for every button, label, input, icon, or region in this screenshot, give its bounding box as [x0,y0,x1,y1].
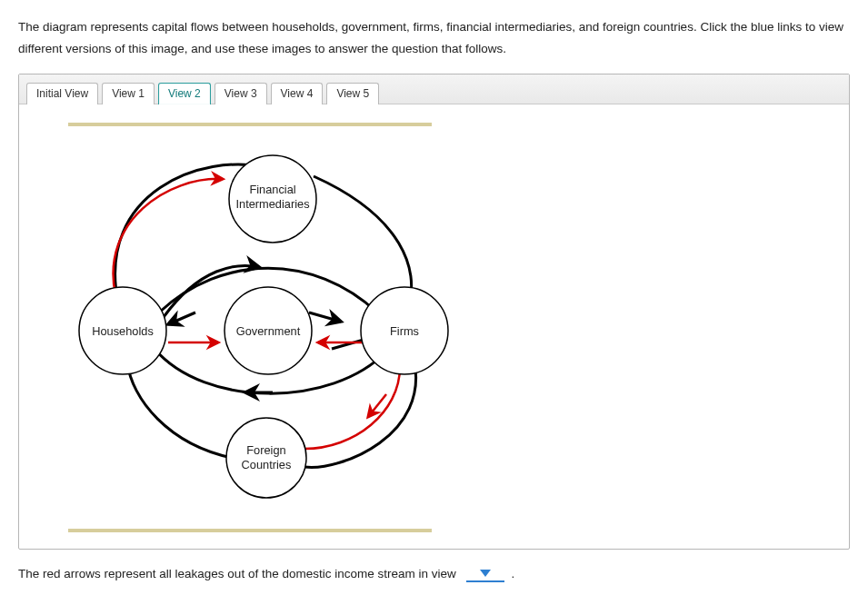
capital-flow-diagram: Financial Intermediaries Households Gove… [41,135,827,520]
diagram-panel: Initial View View 1 View 2 View 3 View 4… [18,74,850,550]
question-suffix: . [512,566,515,580]
svg-text:Foreign: Foreign [246,443,285,457]
chevron-down-icon [480,570,491,577]
node-firms: Firms [361,287,448,374]
bottom-divider [68,529,432,532]
tab-view-5[interactable]: View 5 [326,83,379,104]
top-divider [68,123,432,126]
node-financial-intermediaries: Financial Intermediaries [229,155,316,243]
tab-view-3[interactable]: View 3 [215,83,267,104]
node-households: Households [79,287,166,374]
tab-view-1[interactable]: View 1 [102,83,155,104]
instructions-text: The diagram represents capital flows bet… [18,16,850,61]
tab-view-2[interactable]: View 2 [158,83,211,104]
tab-initial-view[interactable]: Initial View [26,83,98,104]
svg-text:Financial: Financial [249,183,295,196]
tab-bar: Initial View View 1 View 2 View 3 View 4… [19,74,849,104]
svg-text:Households: Households [92,324,154,338]
svg-text:Countries: Countries [242,458,292,471]
diagram-area: Financial Intermediaries Households Gove… [19,104,849,549]
question-line: The red arrows represent all leakages ou… [18,566,850,582]
tab-view-4[interactable]: View 4 [271,83,324,104]
node-foreign-countries: Foreign Countries [226,418,306,498]
node-government: Government [224,287,312,374]
svg-text:Government: Government [236,324,301,338]
svg-text:Intermediaries: Intermediaries [235,197,309,211]
svg-text:Firms: Firms [390,324,419,338]
answer-dropdown[interactable] [466,566,504,582]
question-prefix: The red arrows represent all leakages ou… [18,566,456,580]
